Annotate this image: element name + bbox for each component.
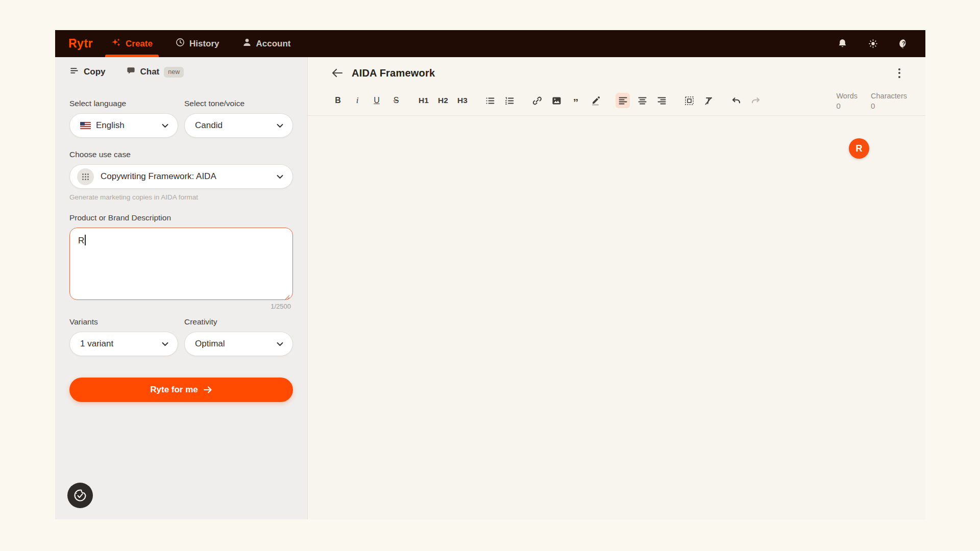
app-window: Rytr Create History Account xyxy=(55,30,925,519)
words-label: Words xyxy=(836,92,857,100)
align-right-button[interactable] xyxy=(654,93,669,108)
creativity-label: Creativity xyxy=(184,317,293,327)
editor-canvas[interactable]: R xyxy=(308,116,925,519)
description-value: R xyxy=(78,236,84,245)
characters-label: Characters xyxy=(871,92,907,100)
navbar-actions: ? xyxy=(837,30,925,57)
editor-header: AIDA Framework xyxy=(308,57,925,89)
editor-toolbar: B i U S H1 H2 H3 xyxy=(308,89,925,116)
tab-copy[interactable]: Copy xyxy=(69,66,106,78)
top-navbar: Rytr Create History Account xyxy=(55,30,925,57)
language-label: Select language xyxy=(69,99,178,108)
nav-history[interactable]: History xyxy=(175,30,219,57)
cta-label: Ryte for me xyxy=(150,385,198,395)
copy-tab-icon xyxy=(69,66,79,78)
tone-value: Candid xyxy=(195,120,223,131)
redo-button[interactable] xyxy=(748,93,763,108)
language-value: English xyxy=(96,120,125,131)
text-caret xyxy=(85,235,86,245)
chat-icon xyxy=(126,66,136,78)
account-icon xyxy=(242,37,252,50)
variants-select[interactable]: 1 variant xyxy=(69,332,178,356)
generator-form: Select language English Select t xyxy=(55,87,307,402)
nav-account-label: Account xyxy=(256,39,291,49)
rytr-logo[interactable]: Rytr xyxy=(68,30,93,57)
rytr-assistant-avatar[interactable]: R xyxy=(849,138,869,159)
usecase-label: Choose use case xyxy=(69,150,293,159)
kebab-menu-icon[interactable] xyxy=(893,66,906,80)
characters-value: 0 xyxy=(871,102,907,110)
tab-chat[interactable]: Chat new xyxy=(126,66,184,78)
creativity-select[interactable]: Optimal xyxy=(184,332,293,356)
h3-button[interactable]: H3 xyxy=(455,93,470,108)
tone-select[interactable]: Candid xyxy=(184,113,293,138)
document-stats: Words 0 Characters 0 xyxy=(836,91,907,110)
usecase-value: Copywriting Framework: AIDA xyxy=(101,171,216,182)
nav-history-label: History xyxy=(189,39,219,49)
svg-text:?: ? xyxy=(902,40,905,46)
cookie-icon xyxy=(72,488,88,503)
undo-button[interactable] xyxy=(729,93,743,108)
image-button[interactable] xyxy=(549,93,564,108)
sidebar-tabs: Copy Chat new xyxy=(55,57,307,87)
chevron-down-icon xyxy=(162,123,168,128)
document-title: AIDA Framework xyxy=(352,67,435,79)
description-input[interactable]: R xyxy=(69,228,293,300)
nav-account[interactable]: Account xyxy=(242,30,291,57)
arrow-right-icon xyxy=(203,386,212,394)
chevron-down-icon xyxy=(277,174,283,179)
back-arrow-icon[interactable] xyxy=(330,66,345,80)
creativity-value: Optimal xyxy=(195,339,225,349)
help-icon[interactable]: ? xyxy=(898,38,909,49)
tone-label: Select tone/voice xyxy=(184,99,293,108)
usecase-helper: Generate marketing copies in AIDA format xyxy=(69,193,293,201)
nav-items: Create History Account xyxy=(111,30,291,57)
usecase-select[interactable]: Copywriting Framework: AIDA xyxy=(69,164,293,189)
sidebar: Copy Chat new Select language xyxy=(55,57,308,519)
variants-value: 1 variant xyxy=(80,339,113,349)
link-button[interactable] xyxy=(530,93,544,108)
bell-icon[interactable] xyxy=(837,38,848,49)
tab-copy-label: Copy xyxy=(84,67,106,77)
cookie-consent-button[interactable] xyxy=(67,483,93,508)
highlight-pen-button[interactable] xyxy=(588,93,602,108)
sparkle-icon xyxy=(111,37,121,50)
align-left-button[interactable] xyxy=(616,93,630,108)
ordered-list-button[interactable] xyxy=(502,93,517,108)
chat-new-badge: new xyxy=(164,67,184,78)
main-content: Copy Chat new Select language xyxy=(55,57,925,519)
editor-panel: AIDA Framework B i U S H1 H2 H3 xyxy=(308,57,925,519)
chevron-down-icon xyxy=(162,342,168,346)
bullet-list-button[interactable] xyxy=(483,93,497,108)
strikethrough-button[interactable]: S xyxy=(389,93,403,108)
clear-format-button[interactable] xyxy=(701,93,716,108)
h1-button[interactable]: H1 xyxy=(416,93,431,108)
variants-label: Variants xyxy=(69,317,178,327)
italic-button[interactable]: i xyxy=(350,93,364,108)
select-all-button[interactable] xyxy=(682,93,696,108)
char-counter: 1/2500 xyxy=(69,303,293,310)
nav-create-label: Create xyxy=(126,39,153,49)
theme-icon[interactable] xyxy=(868,38,878,49)
bold-button[interactable]: B xyxy=(331,93,345,108)
words-value: 0 xyxy=(836,102,857,110)
blockquote-button[interactable]: ” xyxy=(569,93,583,108)
usecase-grid-icon xyxy=(77,168,94,185)
underline-button[interactable]: U xyxy=(370,93,384,108)
description-label: Product or Brand Description xyxy=(69,213,293,222)
language-select[interactable]: English xyxy=(69,113,178,138)
history-icon xyxy=(175,37,185,50)
chevron-down-icon xyxy=(277,123,283,128)
chevron-down-icon xyxy=(277,342,283,346)
align-center-button[interactable] xyxy=(635,93,649,108)
h2-button[interactable]: H2 xyxy=(436,93,450,108)
resize-handle[interactable] xyxy=(285,292,290,297)
tab-chat-label: Chat xyxy=(140,67,160,77)
nav-create[interactable]: Create xyxy=(111,30,153,57)
ryte-for-me-button[interactable]: Ryte for me xyxy=(69,378,293,402)
us-flag-icon xyxy=(80,122,91,129)
